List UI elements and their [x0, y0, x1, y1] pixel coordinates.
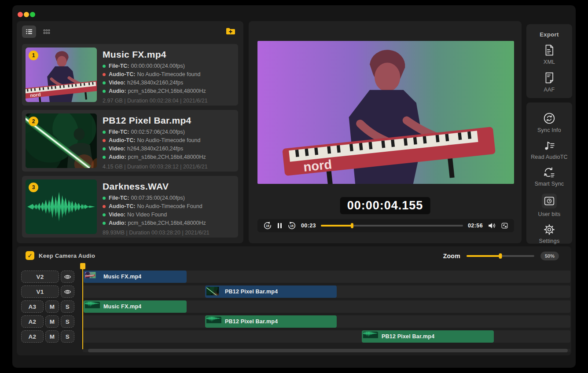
zoom-fill — [467, 255, 500, 257]
close-window-button[interactable] — [18, 12, 23, 17]
meta-value: No Audio-Timecode found — [137, 70, 200, 79]
skip-forward-15-button[interactable]: 15 — [287, 221, 296, 230]
svg-text:15: 15 — [290, 224, 294, 227]
clip-label: PB12 Pixel Bar.mp4 — [382, 333, 434, 340]
track-v1-button[interactable]: V1 — [21, 285, 59, 298]
track-a2b-mute-button[interactable]: M — [45, 330, 59, 343]
export-xml-button[interactable]: XML — [544, 44, 555, 65]
meta-value: No Video Found — [127, 211, 167, 219]
track-v2-visibility-button[interactable] — [61, 271, 74, 283]
timeline-clip-pixel-bar-audio-2[interactable]: PB12 Pixel Bar.mp4 — [362, 330, 494, 343]
timeline-clip-music-fx-audio[interactable]: Music FX.mp4 — [84, 300, 187, 313]
meta-value: 00:07:35:00(24.00fps) — [131, 194, 185, 202]
library-toolbar — [17, 21, 243, 42]
timeline-zoom-slider[interactable] — [467, 255, 534, 257]
status-dot-green — [103, 197, 106, 200]
clip-thumbnail — [206, 317, 221, 326]
eye-icon — [64, 274, 71, 280]
meta-label: Audio: — [109, 219, 126, 227]
elapsed-time: 00:23 — [301, 223, 316, 229]
clip-label: PB12 Pixel Bar.mp4 — [225, 289, 278, 295]
progress-handle[interactable] — [351, 223, 353, 228]
sync-info-button[interactable]: Sync Info — [537, 112, 561, 133]
meta-value: No Audio-Timecode found — [137, 136, 200, 145]
clip-thumbnail — [85, 302, 100, 311]
track-header-a2b: A2 M S — [21, 330, 74, 343]
media-title: PB12 Pixel Bar.mp4 — [103, 115, 235, 126]
read-audiotc-label: Read AudioTC — [531, 154, 568, 160]
user-bits-button[interactable]: User bits — [538, 194, 560, 217]
list-view-button[interactable] — [22, 26, 36, 38]
status-dot-green — [103, 81, 106, 84]
timeline-panel: ✓ Keep Camera Audio Zoom 50% V2 V1 — [17, 246, 571, 355]
read-audiotc-button[interactable]: Read AudioTC — [531, 140, 568, 160]
aaf-document-icon — [544, 72, 555, 84]
export-title: Export — [540, 31, 559, 38]
meta-value: pcm_s16be,2CH,16bit,48000Hz — [128, 219, 206, 227]
meta-label: Audio: — [109, 87, 126, 95]
media-info: Music FX.mp4 File-TC:00:00:00:00(24.00fp… — [103, 48, 235, 102]
status-dot-red — [103, 139, 106, 142]
tools-panel: Sync Info Read AudioTC Smart Sync — [526, 102, 572, 244]
video-preview[interactable] — [257, 41, 514, 184]
track-a2-button[interactable]: A2 — [21, 315, 44, 328]
track-a2b-button[interactable]: A2 — [21, 330, 44, 343]
track-v2-button[interactable]: V2 — [21, 271, 59, 283]
media-item[interactable]: 2 PB12 Pixel Bar.mp4 File-TC:00:02:57:06… — [22, 110, 238, 172]
pause-button[interactable] — [277, 223, 283, 229]
pip-button[interactable] — [501, 222, 508, 229]
smart-sync-button[interactable]: Smart Sync — [535, 167, 564, 187]
track-v1-visibility-button[interactable] — [61, 285, 74, 298]
track-header-a3: A3 M S — [21, 300, 74, 313]
media-footer: 2.97 GB | Duration 00:02:28:04 | 2021/6/… — [103, 98, 235, 104]
maximize-window-button[interactable] — [30, 12, 35, 17]
meta-label: File-TC: — [109, 128, 129, 136]
meta-value: h264,3840x2160,24fps — [127, 79, 183, 87]
timeline-clip-pixel-bar-audio-1[interactable]: PB12 Pixel Bar.mp4 — [205, 315, 337, 328]
clip-number-badge: 1 — [29, 51, 38, 60]
track-a3-solo-button[interactable]: S — [61, 300, 74, 313]
volume-button[interactable] — [488, 222, 496, 229]
titlebar — [12, 5, 576, 21]
meta-label: Audio: — [109, 153, 126, 161]
keep-camera-audio-checkbox[interactable]: ✓ — [26, 251, 34, 260]
timeline-lane-a2b[interactable] — [83, 330, 570, 343]
media-item[interactable]: 1 Music FX.mp4 File-TC:00:00:00:00(24.00… — [22, 44, 238, 106]
meta-label: Audio-TC: — [109, 136, 135, 145]
sync-info-icon — [543, 112, 555, 124]
zoom-handle[interactable] — [499, 253, 502, 259]
keep-camera-audio-toggle[interactable]: ✓ Keep Camera Audio — [26, 251, 95, 260]
timeline-scrollbar-thumb[interactable] — [88, 349, 568, 352]
folder-plus-icon — [225, 27, 236, 36]
clip-number-badge: 3 — [29, 183, 38, 192]
meta-label: Video: — [109, 79, 125, 87]
media-info: PB12 Pixel Bar.mp4 File-TC:00:02:57:06(2… — [103, 113, 235, 168]
user-bits-icon-tile — [542, 194, 557, 208]
timeline-clip-pixel-bar-video[interactable]: PB12 Pixel Bar.mp4 — [205, 285, 337, 298]
minimize-window-button[interactable] — [24, 12, 29, 17]
settings-button[interactable]: Settings — [539, 224, 560, 244]
media-footer: 4.15 GB | Duration 00:03:28:12 | 2021/6/… — [103, 164, 235, 170]
skip-back-15-button[interactable]: 15 — [263, 221, 272, 230]
export-aaf-label: AAF — [544, 87, 555, 93]
total-duration: 02:56 — [468, 223, 483, 229]
meta-label: File-TC: — [109, 194, 129, 202]
track-a3-mute-button[interactable]: M — [45, 300, 59, 313]
playhead-handle[interactable] — [80, 263, 85, 269]
media-thumbnail: 1 — [26, 48, 97, 102]
user-bits-icon — [544, 196, 555, 206]
timeline-clip-music-fx-video[interactable]: Music FX.mp4 — [84, 271, 187, 283]
track-a2-mute-button[interactable]: M — [45, 315, 59, 328]
media-item[interactable]: 3 Darkness.WAV File-TC:00:07:35:00(24.00… — [22, 176, 238, 238]
track-a3-button[interactable]: A3 — [21, 300, 44, 313]
track-a2b-solo-button[interactable]: S — [61, 330, 74, 343]
track-header-v1: V1 — [21, 285, 74, 298]
clip-thumbnail — [363, 332, 378, 341]
export-aaf-button[interactable]: AAF — [544, 72, 555, 93]
grid-view-button[interactable] — [40, 26, 54, 38]
add-files-button[interactable] — [224, 26, 237, 37]
track-a2-solo-button[interactable]: S — [61, 315, 74, 328]
clip-thumbnail — [85, 272, 100, 282]
status-dot-green — [103, 90, 106, 93]
playback-progress-slider[interactable] — [321, 225, 463, 227]
